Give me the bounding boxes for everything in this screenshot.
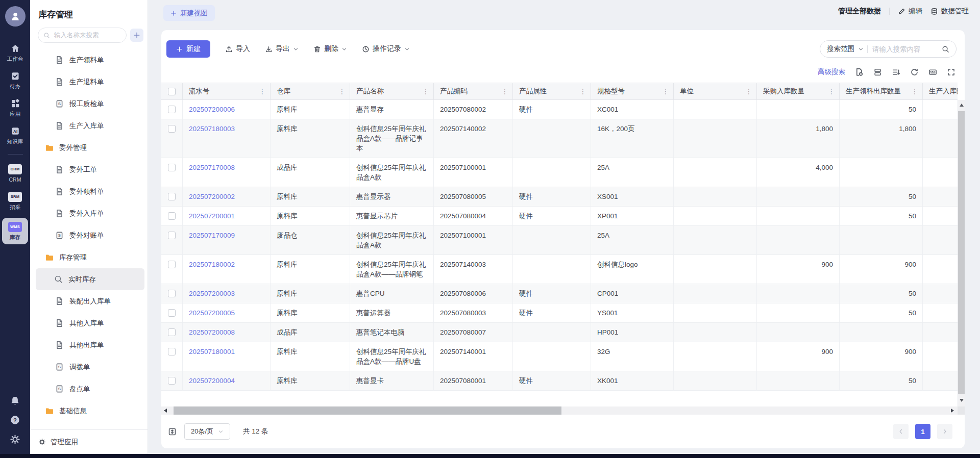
column-header-规格型号[interactable]: 规格型号⋮ (591, 83, 674, 99)
sidebar-item-委外领料单[interactable]: 委外领料单 (30, 181, 148, 202)
column-header-流水号[interactable]: 流水号⋮ (183, 83, 271, 99)
chevron-down-icon[interactable] (858, 46, 864, 52)
sidebar-item-委外入库单[interactable]: 委外入库单 (30, 202, 148, 224)
sidebar-item-报工质检单[interactable]: S报工质检单 (30, 93, 148, 115)
column-menu-icon[interactable]: ⋮ (421, 88, 430, 95)
scroll-right-arrow[interactable] (948, 406, 957, 415)
add-view-button[interactable] (130, 29, 143, 42)
serial-link[interactable]: 202507200003 (183, 284, 271, 303)
row-checkbox[interactable] (168, 164, 176, 171)
search-input[interactable] (871, 45, 938, 54)
row-checkbox[interactable] (168, 328, 176, 336)
avatar[interactable] (5, 6, 26, 27)
sidebar-item-盘点单[interactable]: S盘点单 (30, 378, 148, 400)
row-checkbox[interactable] (168, 377, 176, 385)
search-icon[interactable] (942, 45, 949, 53)
export-button[interactable]: 导出 (265, 44, 299, 54)
column-menu-icon[interactable]: ⋮ (500, 88, 509, 95)
column-header-产品编码[interactable]: 产品编码⋮ (434, 83, 513, 99)
sidebar-item-委外对账单[interactable]: S委外对账单 (30, 224, 148, 246)
scroll-down-arrow[interactable] (958, 396, 965, 404)
column-header-产品名称[interactable]: 产品名称⋮ (350, 83, 434, 99)
column-menu-icon[interactable]: ⋮ (337, 88, 347, 95)
refresh-icon[interactable] (910, 68, 919, 77)
serial-link[interactable]: 202507200006 (183, 100, 271, 119)
edit-button[interactable]: 编辑 (898, 7, 922, 16)
select-all-checkbox[interactable] (168, 88, 176, 95)
row-checkbox[interactable] (168, 125, 176, 133)
sidebar-item-生产领料单[interactable]: 生产领料单 (30, 49, 148, 71)
column-header-仓库[interactable]: 仓库⋮ (271, 83, 350, 99)
rail-item-招采[interactable]: SRM招采 (2, 187, 28, 215)
serial-link[interactable]: 202507200008 (183, 323, 271, 342)
search-scope-select[interactable]: 搜索范围 (827, 44, 854, 54)
column-header-产品属性[interactable]: 产品属性⋮ (513, 83, 591, 99)
scroll-up-arrow[interactable] (958, 101, 965, 109)
column-menu-icon[interactable]: ⋮ (661, 88, 670, 95)
rail-item-库存[interactable]: WMS库存 (2, 218, 28, 244)
sidebar-search-input[interactable] (53, 31, 121, 39)
sidebar-item-生产退料单[interactable]: 生产退料单 (30, 71, 148, 93)
sidebar-item-生产入库单[interactable]: 生产入库单 (30, 115, 148, 137)
operation-log-button[interactable]: 操作记录 (362, 44, 410, 54)
rail-item-知识库[interactable]: AI知识库 (2, 121, 28, 149)
column-menu-icon[interactable]: ⋮ (827, 88, 836, 95)
serial-link[interactable]: 202507180001 (183, 342, 271, 371)
row-checkbox[interactable] (168, 106, 176, 113)
row-height-icon[interactable] (168, 427, 177, 436)
sidebar-item-基础信息[interactable]: 基础信息 (30, 400, 148, 422)
column-settings-icon[interactable] (892, 68, 900, 77)
sidebar-item-委外管理[interactable]: 委外管理 (30, 137, 148, 159)
current-page-button[interactable]: 1 (915, 424, 930, 439)
sidebar-item-实时库存[interactable]: 实时库存 (36, 268, 144, 290)
scroll-left-arrow[interactable] (161, 406, 169, 415)
serial-link[interactable]: 202507180002 (183, 255, 271, 284)
notifications-icon[interactable] (10, 395, 20, 406)
horizontal-scrollbar[interactable] (161, 406, 958, 415)
serial-link[interactable]: 202507200001 (183, 207, 271, 225)
keyboard-icon[interactable] (928, 68, 937, 77)
settings-icon[interactable] (10, 434, 20, 445)
sidebar-item-库存管理[interactable]: 库存管理 (30, 246, 148, 268)
sidebar-item-其他入库单[interactable]: 其他入库单 (30, 312, 148, 334)
column-header-单位[interactable]: 单位⋮ (674, 83, 757, 99)
row-checkbox[interactable] (168, 348, 176, 355)
create-button[interactable]: 新建 (166, 40, 210, 58)
rail-item-待办[interactable]: 待办 (2, 66, 28, 94)
prev-page-button[interactable] (893, 424, 909, 439)
serial-link[interactable]: 202507170008 (183, 158, 271, 187)
serial-link[interactable]: 202507180003 (183, 119, 271, 158)
serial-link[interactable]: 202507170009 (183, 226, 271, 255)
column-header-采购入库数量[interactable]: 采购入库数量⋮ (757, 83, 840, 99)
serial-link[interactable]: 202507200005 (183, 303, 271, 322)
manage-app-button[interactable]: 管理应用 (30, 429, 148, 454)
group-icon[interactable] (873, 68, 882, 77)
sidebar-item-委外工单[interactable]: 委外工单 (30, 159, 148, 181)
vertical-scrollbar[interactable] (958, 100, 965, 406)
column-menu-icon[interactable]: ⋮ (910, 88, 919, 95)
vertical-scroll-thumb[interactable] (958, 111, 965, 394)
serial-link[interactable]: 202507200004 (183, 371, 271, 390)
sidebar-item-调拨单[interactable]: S调拨单 (30, 356, 148, 378)
new-view-button[interactable]: 新建视图 (163, 5, 215, 21)
row-checkbox[interactable] (168, 290, 176, 297)
preview-icon[interactable] (855, 68, 864, 77)
advanced-search-link[interactable]: 高级搜索 (818, 67, 845, 77)
column-header-生产入库数[interactable]: 生产入库数 (923, 83, 958, 99)
fullscreen-icon[interactable] (947, 68, 955, 77)
next-page-button[interactable] (937, 424, 952, 439)
import-button[interactable]: 导入 (225, 44, 250, 54)
row-checkbox[interactable] (168, 212, 176, 220)
row-checkbox[interactable] (168, 261, 176, 268)
column-header-生产领料出库数量[interactable]: 生产领料出库数量⋮ (840, 83, 923, 99)
rail-item-CRM[interactable]: CRMCRM (2, 160, 28, 187)
sidebar-item-装配出入库单[interactable]: 装配出入库单 (30, 290, 148, 312)
help-icon[interactable]: ? (10, 415, 20, 425)
page-size-select[interactable]: 20条/页 (184, 423, 230, 440)
delete-button[interactable]: 删除 (313, 44, 347, 54)
data-manage-button[interactable]: 数据管理 (930, 7, 969, 16)
sidebar-search[interactable] (38, 28, 127, 43)
column-menu-icon[interactable]: ⋮ (744, 88, 753, 95)
row-checkbox[interactable] (168, 232, 176, 239)
horizontal-scroll-thumb[interactable] (174, 406, 561, 415)
